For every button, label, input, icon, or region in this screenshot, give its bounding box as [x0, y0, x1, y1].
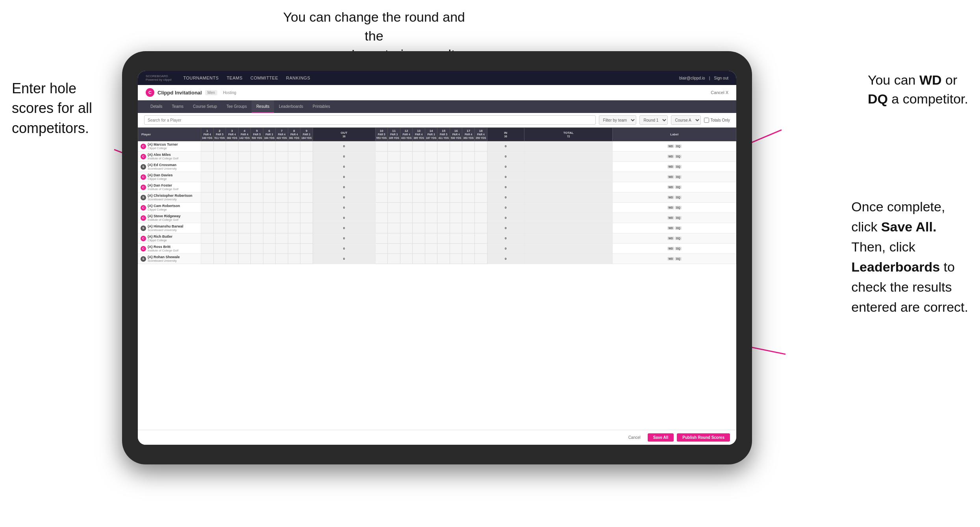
hole-7-score[interactable]: [276, 203, 288, 213]
score-input[interactable]: [289, 163, 299, 171]
score-input[interactable]: [389, 152, 399, 161]
score-input[interactable]: [215, 224, 225, 232]
hole-7-score[interactable]: [276, 172, 288, 182]
score-input[interactable]: [389, 203, 399, 212]
score-input[interactable]: [265, 255, 274, 263]
hole-11-score[interactable]: [388, 244, 400, 254]
score-input[interactable]: [202, 224, 212, 232]
score-input[interactable]: [302, 255, 311, 263]
hole-12-score[interactable]: [400, 162, 413, 172]
score-input[interactable]: [426, 163, 436, 171]
nav-tournaments[interactable]: TOURNAMENTS: [183, 76, 219, 80]
hole-2-score[interactable]: [213, 213, 226, 223]
hole-9-score[interactable]: [300, 213, 313, 223]
score-input[interactable]: [302, 203, 311, 212]
hole-10-score[interactable]: [375, 182, 388, 192]
hole-4-score[interactable]: [238, 152, 251, 162]
score-input[interactable]: [426, 193, 436, 202]
score-input[interactable]: [277, 244, 287, 253]
nav-committee[interactable]: COMMITTEE: [250, 76, 278, 80]
hole-8-score[interactable]: [288, 244, 300, 254]
score-input[interactable]: [277, 163, 287, 171]
hole-10-score[interactable]: [375, 172, 388, 182]
score-input[interactable]: [439, 244, 448, 253]
hole-18-score[interactable]: [474, 182, 487, 192]
hole-1-score[interactable]: [201, 244, 214, 254]
score-input[interactable]: [377, 183, 387, 191]
hole-4-score[interactable]: [238, 182, 251, 192]
score-input[interactable]: [240, 142, 250, 150]
score-input[interactable]: [414, 234, 424, 242]
score-input[interactable]: [265, 203, 274, 212]
score-input[interactable]: [377, 214, 387, 222]
hole-11-score[interactable]: [388, 213, 400, 223]
score-input[interactable]: [377, 234, 387, 242]
hole-15-score[interactable]: [437, 233, 450, 244]
hole-1-score[interactable]: [201, 162, 214, 172]
score-input[interactable]: [402, 142, 411, 150]
hole-2-score[interactable]: [213, 172, 226, 182]
hole-1-score[interactable]: [201, 182, 214, 192]
hole-9-score[interactable]: [300, 233, 313, 244]
score-input[interactable]: [389, 193, 399, 202]
tournament-cancel-button[interactable]: Cancel X: [711, 90, 728, 95]
hole-17-score[interactable]: [462, 223, 475, 233]
hole-9-score[interactable]: [300, 141, 313, 152]
hole-7-score[interactable]: [276, 254, 288, 264]
wd-button[interactable]: WD: [667, 165, 674, 168]
hole-12-score[interactable]: [400, 141, 413, 152]
hole-2-score[interactable]: [213, 254, 226, 264]
score-input[interactable]: [476, 234, 486, 242]
hole-2-score[interactable]: [213, 244, 226, 254]
hole-5-score[interactable]: [251, 172, 263, 182]
dq-button[interactable]: DQ: [675, 247, 682, 250]
hole-9-score[interactable]: [300, 254, 313, 264]
hole-5-score[interactable]: [251, 141, 263, 152]
hole-12-score[interactable]: [400, 203, 413, 213]
hole-2-score[interactable]: [213, 182, 226, 192]
score-input[interactable]: [202, 193, 212, 202]
score-input[interactable]: [389, 214, 399, 222]
hole-2-score[interactable]: [213, 192, 226, 203]
hole-6-score[interactable]: [263, 162, 276, 172]
score-input[interactable]: [476, 193, 486, 202]
hole-3-score[interactable]: [226, 172, 239, 182]
score-input[interactable]: [252, 193, 262, 202]
hole-9-score[interactable]: [300, 182, 313, 192]
hole-3-score[interactable]: [226, 162, 239, 172]
tab-tee-groups[interactable]: Tee Groups: [222, 100, 252, 113]
score-input[interactable]: [451, 234, 461, 242]
score-input[interactable]: [463, 142, 473, 150]
score-input[interactable]: [202, 214, 212, 222]
hole-18-score[interactable]: [474, 162, 487, 172]
score-input[interactable]: [215, 152, 225, 161]
hole-7-score[interactable]: [276, 141, 288, 152]
hole-6-score[interactable]: [263, 213, 276, 223]
hole-15-score[interactable]: [437, 152, 450, 162]
hole-4-score[interactable]: [238, 223, 251, 233]
score-input[interactable]: [402, 163, 411, 171]
hole-12-score[interactable]: [400, 213, 413, 223]
score-input[interactable]: [289, 183, 299, 191]
score-input[interactable]: [277, 224, 287, 232]
dq-button[interactable]: DQ: [675, 196, 682, 199]
score-input[interactable]: [302, 152, 311, 161]
score-input[interactable]: [202, 183, 212, 191]
hole-12-score[interactable]: [400, 233, 413, 244]
dq-button[interactable]: DQ: [675, 155, 682, 158]
hole-4-score[interactable]: [238, 141, 251, 152]
hole-15-score[interactable]: [437, 182, 450, 192]
hole-18-score[interactable]: [474, 254, 487, 264]
hole-7-score[interactable]: [276, 162, 288, 172]
hole-6-score[interactable]: [263, 192, 276, 203]
score-input[interactable]: [240, 203, 250, 212]
score-input[interactable]: [451, 214, 461, 222]
score-input[interactable]: [240, 183, 250, 191]
score-input[interactable]: [451, 203, 461, 212]
score-input[interactable]: [252, 244, 262, 253]
dq-button[interactable]: DQ: [675, 216, 682, 220]
score-input[interactable]: [265, 224, 274, 232]
hole-12-score[interactable]: [400, 172, 413, 182]
score-input[interactable]: [414, 163, 424, 171]
score-input[interactable]: [252, 173, 262, 181]
